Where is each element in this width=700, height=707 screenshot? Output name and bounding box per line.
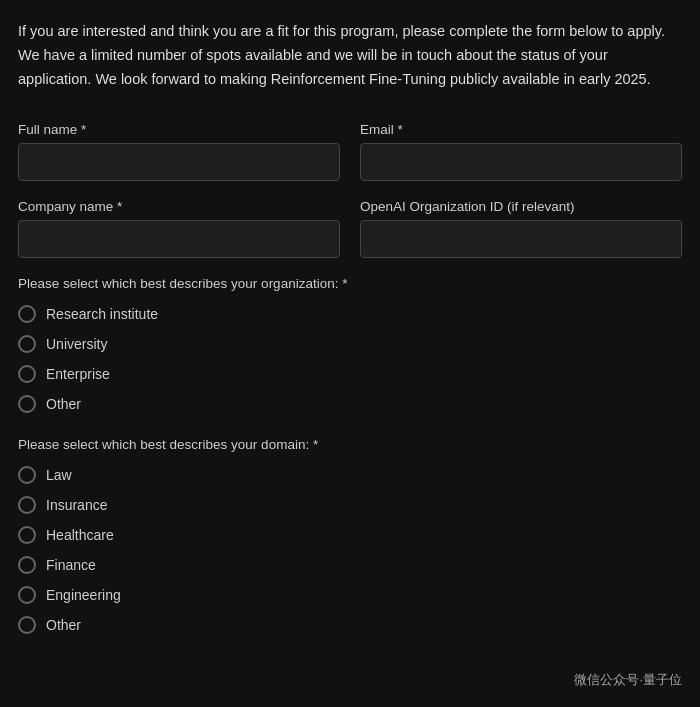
org-radio-item[interactable]: Research institute (18, 305, 682, 323)
domain-radio-item[interactable]: Engineering (18, 586, 682, 604)
watermark: 微信公众号·量子位 (574, 671, 682, 689)
orgid-label: OpenAI Organization ID (if relevant) (360, 199, 682, 214)
domain-radio-item[interactable]: Law (18, 466, 682, 484)
domain-radio-insurance[interactable] (18, 496, 36, 514)
company-orgid-row: Company name * OpenAI Organization ID (i… (18, 199, 682, 258)
domain-radio-item[interactable]: Finance (18, 556, 682, 574)
email-group: Email * (360, 122, 682, 181)
fullname-label: Full name * (18, 122, 340, 137)
domain-radio-item[interactable]: Healthcare (18, 526, 682, 544)
domain-radio-label: Finance (46, 557, 96, 573)
org-radio-research-institute[interactable] (18, 305, 36, 323)
orgid-group: OpenAI Organization ID (if relevant) (360, 199, 682, 258)
domain-radio-finance[interactable] (18, 556, 36, 574)
email-label: Email * (360, 122, 682, 137)
org-radio-label: University (46, 336, 107, 352)
fullname-input[interactable] (18, 143, 340, 181)
name-email-row: Full name * Email * (18, 122, 682, 181)
org-section-label: Please select which best describes your … (18, 276, 682, 291)
domain-radio-label: Other (46, 617, 81, 633)
org-radio-university[interactable] (18, 335, 36, 353)
org-radio-label: Other (46, 396, 81, 412)
domain-radio-other[interactable] (18, 616, 36, 634)
domain-radio-engineering[interactable] (18, 586, 36, 604)
domain-radio-group: LawInsuranceHealthcareFinanceEngineering… (18, 466, 682, 634)
org-radio-label: Enterprise (46, 366, 110, 382)
domain-radio-item[interactable]: Insurance (18, 496, 682, 514)
domain-section-label: Please select which best describes your … (18, 437, 682, 452)
org-radio-item[interactable]: University (18, 335, 682, 353)
domain-radio-label: Insurance (46, 497, 107, 513)
org-radio-enterprise[interactable] (18, 365, 36, 383)
intro-text: If you are interested and think you are … (18, 20, 682, 92)
org-radio-other[interactable] (18, 395, 36, 413)
org-radio-item[interactable]: Enterprise (18, 365, 682, 383)
domain-radio-law[interactable] (18, 466, 36, 484)
company-input[interactable] (18, 220, 340, 258)
domain-radio-label: Law (46, 467, 72, 483)
domain-radio-item[interactable]: Other (18, 616, 682, 634)
orgid-input[interactable] (360, 220, 682, 258)
email-input[interactable] (360, 143, 682, 181)
fullname-group: Full name * (18, 122, 340, 181)
org-radio-item[interactable]: Other (18, 395, 682, 413)
domain-radio-label: Engineering (46, 587, 121, 603)
org-radio-label: Research institute (46, 306, 158, 322)
company-group: Company name * (18, 199, 340, 258)
domain-radio-label: Healthcare (46, 527, 114, 543)
company-label: Company name * (18, 199, 340, 214)
org-radio-group: Research instituteUniversityEnterpriseOt… (18, 305, 682, 413)
domain-radio-healthcare[interactable] (18, 526, 36, 544)
